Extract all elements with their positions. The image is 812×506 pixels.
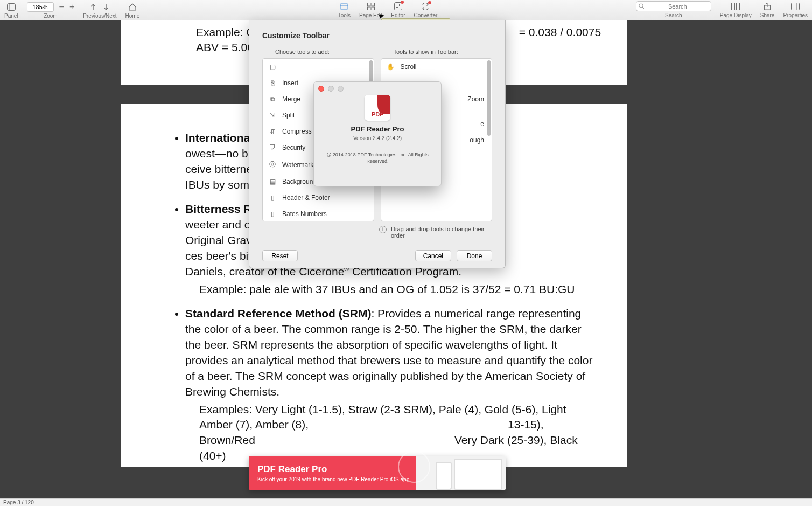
- insert-icon: ⎘: [268, 79, 277, 87]
- svg-rect-5: [372, 3, 375, 6]
- app-logo: PDF: [365, 95, 390, 121]
- search-input[interactable]: [647, 3, 709, 10]
- promo-banner[interactable]: PDF Reader Pro Kick off your 2019 with t…: [249, 456, 506, 490]
- converter-label: Converter: [414, 12, 437, 18]
- list-item[interactable]: ▯Bates Numbers: [263, 206, 374, 221]
- list-item[interactable]: ▯Header & Footer: [263, 190, 374, 206]
- svg-point-9: [639, 4, 643, 8]
- editor-group[interactable]: Editor: [387, 1, 409, 19]
- close-icon[interactable]: [318, 86, 324, 92]
- zoom-label: Zoom: [44, 13, 58, 19]
- search-label: Search: [665, 12, 682, 18]
- notification-dot: [428, 1, 431, 4]
- list-item[interactable]: ▢: [263, 59, 374, 75]
- tool-icon: ▢: [268, 63, 277, 71]
- choose-label: Choose tools to add:: [275, 48, 330, 55]
- about-dialog: PDF PDF Reader Pro Version 2.4.2 (2.4.2)…: [313, 81, 442, 186]
- page-display-label: Page Display: [720, 12, 752, 18]
- svg-rect-14: [792, 3, 800, 10]
- svg-line-10: [642, 7, 644, 9]
- list-item: Standard Reference Method (SRM): Provide…: [185, 306, 594, 465]
- split-icon: ⇲: [268, 112, 277, 119]
- page-display-icon: [731, 3, 740, 10]
- compress-icon: ⇵: [268, 128, 277, 135]
- example-text: Example: pale ale with 37 IBUs and an OG…: [199, 282, 594, 297]
- zoom-out-button[interactable]: −: [59, 2, 64, 12]
- app-version: Version 2.4.2 (2.4.2): [314, 135, 441, 141]
- main-toolbar: Panel − + Zoom Previous/Next Home Tools …: [0, 0, 812, 20]
- prev-next-group: Previous/Next: [79, 0, 121, 20]
- window-controls: [318, 86, 344, 92]
- logo-text: PDF: [365, 111, 390, 117]
- properties-group[interactable]: Properties: [779, 1, 812, 19]
- zoom-window-icon: [338, 86, 344, 92]
- previous-icon[interactable]: [89, 3, 97, 11]
- panel-group[interactable]: Panel: [0, 0, 23, 20]
- search-group: Search: [632, 1, 716, 19]
- done-button[interactable]: Done: [457, 250, 492, 261]
- zoom-input[interactable]: [27, 2, 54, 12]
- svg-rect-2: [340, 4, 348, 9]
- tools-label: Tools: [338, 12, 351, 18]
- zoom-in-button[interactable]: +: [69, 2, 74, 12]
- header-footer-icon: ▯: [268, 194, 277, 202]
- zoom-group: − + Zoom: [23, 0, 79, 20]
- cancel-button[interactable]: Cancel: [415, 250, 451, 261]
- show-label: Tools to show in Toolbar:: [394, 48, 458, 55]
- promo-text: PDF Reader Pro Kick off your 2019 with t…: [257, 464, 409, 482]
- promo-sub: Kick off your 2019 with the brand new PD…: [257, 476, 409, 482]
- info-icon: i: [379, 226, 387, 233]
- bates-icon: ▯: [268, 210, 277, 218]
- converter-group[interactable]: Converter: [409, 1, 442, 19]
- editor-icon: [394, 2, 402, 10]
- tablet-mockup-icon: [454, 459, 502, 490]
- tools-icon: [340, 3, 348, 10]
- example-text: Examples: Very Light (1-1.5), Straw (2-3…: [199, 402, 594, 465]
- promo-mockups: [436, 459, 502, 490]
- page-indicator: Page 3 / 120: [3, 500, 34, 505]
- promo-decor: [398, 450, 430, 483]
- scrollbar[interactable]: [487, 60, 491, 136]
- page-edit-icon: [367, 3, 375, 10]
- share-icon: [764, 3, 771, 10]
- prev-next-label: Previous/Next: [83, 13, 116, 19]
- svg-rect-8: [394, 3, 402, 10]
- dialog-title: Customize Toolbar: [262, 31, 505, 40]
- share-label: Share: [760, 12, 775, 18]
- merge-icon: ⧉: [268, 95, 277, 103]
- page-display-group[interactable]: Page Display: [716, 1, 756, 19]
- panel-icon: [7, 3, 16, 11]
- panel-label: Panel: [4, 13, 18, 19]
- search-field-wrap[interactable]: [636, 1, 711, 11]
- svg-rect-0: [7, 4, 15, 11]
- phone-mockup-icon: [436, 462, 452, 490]
- search-icon: [639, 3, 645, 9]
- promo-title: PDF Reader Pro: [257, 464, 409, 475]
- home-group[interactable]: Home: [121, 0, 144, 20]
- svg-rect-4: [367, 3, 370, 6]
- editor-label: Editor: [391, 12, 405, 18]
- app-name: PDF Reader Pro: [314, 125, 441, 133]
- tools-group[interactable]: Tools: [334, 1, 355, 19]
- properties-label: Properties: [783, 12, 808, 18]
- notification-dot: [401, 1, 404, 4]
- home-label: Home: [125, 13, 140, 19]
- converter-icon: [421, 3, 430, 10]
- home-icon: [128, 3, 137, 11]
- security-icon: ⛉: [268, 144, 277, 151]
- svg-rect-7: [372, 7, 375, 10]
- reset-button[interactable]: Reset: [262, 250, 298, 261]
- copyright: @ 2014-2018 PDF Technologies, Inc. All R…: [314, 152, 441, 164]
- minimize-icon: [328, 86, 334, 92]
- list-item[interactable]: ✋Scroll: [381, 59, 492, 75]
- next-icon[interactable]: [102, 3, 110, 11]
- hint-text: i Drag-and-drop tools to change their or…: [379, 226, 492, 239]
- properties-icon: [791, 3, 800, 10]
- svg-rect-6: [367, 7, 370, 10]
- svg-rect-11: [732, 3, 735, 10]
- watermark-icon: ⓐ: [268, 160, 277, 169]
- background-icon: ▤: [268, 178, 277, 185]
- scroll-icon: ✋: [387, 63, 395, 71]
- svg-rect-12: [737, 3, 740, 10]
- share-group[interactable]: Share: [756, 1, 779, 19]
